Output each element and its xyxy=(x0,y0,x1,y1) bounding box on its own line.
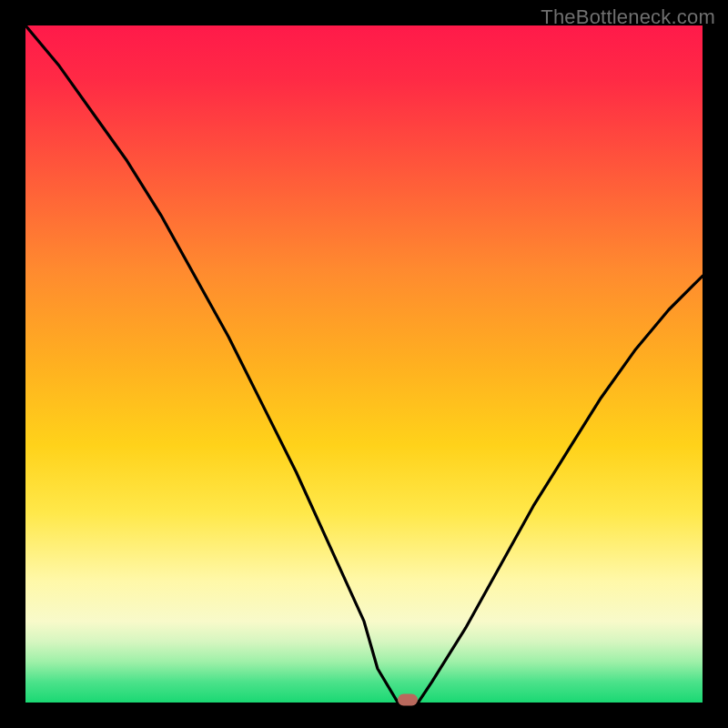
optimum-marker xyxy=(398,694,418,706)
bottleneck-curve-path xyxy=(25,25,703,703)
chart-frame: TheBottleneck.com xyxy=(0,0,728,728)
bottleneck-curve xyxy=(25,25,703,703)
watermark-text: TheBottleneck.com xyxy=(541,5,715,29)
